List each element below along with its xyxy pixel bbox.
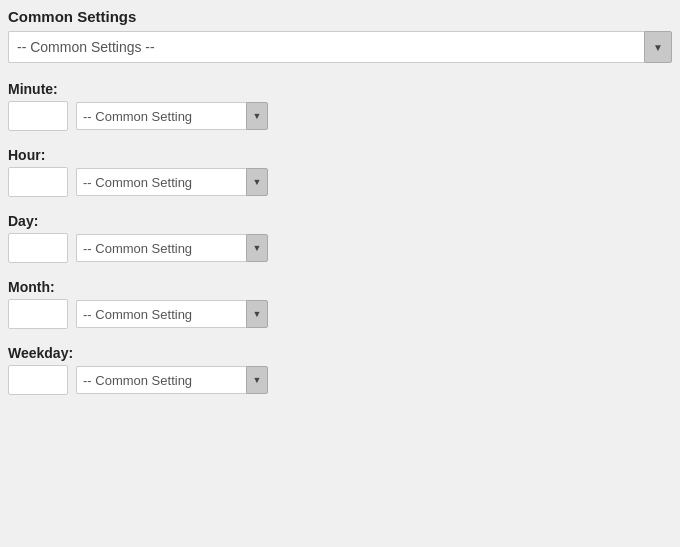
field-group-day: Day:-- Common Setting — [8, 213, 672, 263]
arrow-btn-minute[interactable] — [246, 102, 268, 130]
input-day[interactable] — [8, 233, 68, 263]
arrow-btn-weekday[interactable] — [246, 366, 268, 394]
select-wrapper-day: -- Common Setting — [76, 234, 268, 262]
row-minute: -- Common Setting — [8, 101, 672, 131]
input-month[interactable] — [8, 299, 68, 329]
label-day: Day: — [8, 213, 672, 229]
label-weekday: Weekday: — [8, 345, 672, 361]
select-weekday[interactable]: -- Common Setting — [76, 366, 246, 394]
label-hour: Hour: — [8, 147, 672, 163]
arrow-btn-month[interactable] — [246, 300, 268, 328]
field-group-hour: Hour:-- Common Setting — [8, 147, 672, 197]
input-minute[interactable] — [8, 101, 68, 131]
label-minute: Minute: — [8, 81, 672, 97]
page-title: Common Settings — [8, 8, 672, 25]
select-day[interactable]: -- Common Setting — [76, 234, 246, 262]
select-wrapper-hour: -- Common Setting — [76, 168, 268, 196]
top-dropdown-wrapper: -- Common Settings -- — [8, 31, 672, 63]
select-wrapper-weekday: -- Common Setting — [76, 366, 268, 394]
row-month: -- Common Setting — [8, 299, 672, 329]
field-group-weekday: Weekday:-- Common Setting — [8, 345, 672, 395]
fields-container: Minute:-- Common SettingHour:-- Common S… — [8, 81, 672, 395]
row-day: -- Common Setting — [8, 233, 672, 263]
row-hour: -- Common Setting — [8, 167, 672, 197]
field-group-month: Month:-- Common Setting — [8, 279, 672, 329]
select-hour[interactable]: -- Common Setting — [76, 168, 246, 196]
arrow-btn-hour[interactable] — [246, 168, 268, 196]
select-wrapper-minute: -- Common Setting — [76, 102, 268, 130]
field-group-minute: Minute:-- Common Setting — [8, 81, 672, 131]
arrow-btn-day[interactable] — [246, 234, 268, 262]
label-month: Month: — [8, 279, 672, 295]
select-month[interactable]: -- Common Setting — [76, 300, 246, 328]
select-minute[interactable]: -- Common Setting — [76, 102, 246, 130]
top-select-arrow-btn[interactable] — [644, 31, 672, 63]
input-weekday[interactable] — [8, 365, 68, 395]
row-weekday: -- Common Setting — [8, 365, 672, 395]
input-hour[interactable] — [8, 167, 68, 197]
select-wrapper-month: -- Common Setting — [76, 300, 268, 328]
top-common-settings-select[interactable]: -- Common Settings -- — [8, 31, 644, 63]
